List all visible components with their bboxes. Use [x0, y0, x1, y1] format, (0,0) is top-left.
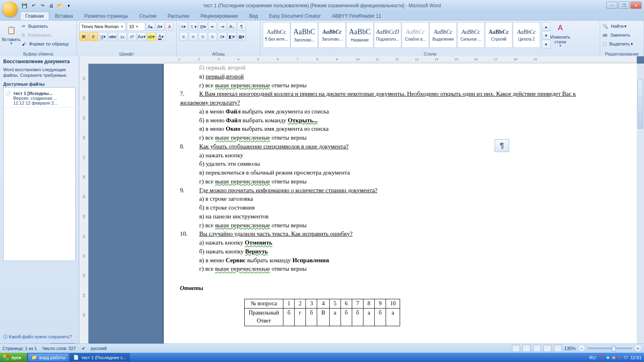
tab-references[interactable]: Ссылки: [134, 12, 161, 20]
font-size-combo[interactable]: 10▼: [127, 22, 145, 31]
find-button[interactable]: 🔍 Найти▾: [603, 22, 627, 30]
tab-page-layout[interactable]: Разметка страницы: [79, 12, 133, 20]
italic-button[interactable]: К: [89, 32, 98, 41]
tab-mailings[interactable]: Рассылки: [162, 12, 194, 20]
tab-home[interactable]: Главная: [20, 12, 49, 20]
view-draft[interactable]: [554, 345, 562, 352]
zoom-slider-knob[interactable]: [612, 346, 616, 352]
tray-icon[interactable]: ◆: [606, 355, 609, 360]
clear-formatting-button[interactable]: A: [165, 22, 174, 31]
zoom-in-button[interactable]: +: [634, 345, 642, 352]
highlight-button[interactable]: ab▾: [147, 32, 156, 41]
qat-save-icon[interactable]: 💾: [21, 2, 28, 9]
office-button[interactable]: [2, 2, 18, 17]
style-item[interactable]: AaBbCcDПодзаголо...: [374, 22, 401, 48]
qat-open-icon[interactable]: 📂: [56, 2, 64, 9]
minimize-button[interactable]: ─: [606, 2, 617, 9]
tab-abbyy-finereader[interactable]: ABBYY FineReader 11: [327, 12, 387, 20]
taskbar-item-folder[interactable]: 📁ворд работы: [28, 353, 69, 362]
tab-review[interactable]: Рецензирование: [195, 12, 243, 20]
grow-font-button[interactable]: A▴: [146, 22, 155, 31]
style-item[interactable]: AaBbCcВыделение: [429, 22, 457, 48]
start-button[interactable]: пуск: [0, 353, 27, 362]
borders-button[interactable]: ▦▾: [237, 32, 246, 41]
recovered-file-item[interactable]: 📄 тест 1 [Исходны... Версия, созданная .…: [4, 89, 75, 107]
underline-button[interactable]: Ч▾: [99, 32, 107, 41]
increase-indent-button[interactable]: ⇥: [218, 22, 227, 31]
ruler-corner[interactable]: [79, 56, 89, 64]
change-styles-button[interactable]: A Изменить стили▾: [549, 22, 572, 48]
style-item[interactable]: AaBbCcСтрогий: [485, 22, 512, 48]
style-item[interactable]: AaBbCcЗаголово...: [318, 22, 346, 48]
shrink-font-button[interactable]: A▾: [156, 22, 165, 31]
align-right-button[interactable]: ≡: [198, 32, 207, 41]
line-spacing-button[interactable]: ‡▾: [218, 32, 227, 41]
style-item[interactable]: AaBbCc¶ Без инте...: [263, 22, 290, 48]
superscript-button[interactable]: x²: [128, 32, 136, 41]
qat-print-icon[interactable]: 🖨: [47, 2, 55, 9]
select-button[interactable]: ⬚ Выделить▾: [603, 40, 633, 48]
change-case-button[interactable]: Aa▾: [137, 32, 146, 41]
style-item[interactable]: AaBbCЗаголово...: [291, 22, 318, 48]
numbering-button[interactable]: ⒈▾: [189, 22, 198, 31]
tray-language[interactable]: RU: [589, 355, 596, 360]
vertical-scrollbar[interactable]: [637, 64, 644, 353]
sort-button[interactable]: A↓: [227, 22, 236, 31]
strikethrough-button[interactable]: abc: [108, 32, 117, 41]
qat-redo-icon[interactable]: ↷: [39, 2, 46, 9]
multilevel-list-button[interactable]: ⊟▾: [198, 22, 207, 31]
zoom-level[interactable]: 130%: [564, 346, 576, 351]
vertical-ruler[interactable]: 13141516171819202122232425: [79, 64, 89, 353]
tab-easy-document-creator[interactable]: Easy Document Creator: [264, 12, 326, 20]
close-button[interactable]: ✕: [630, 2, 642, 9]
bold-button[interactable]: Ж: [79, 32, 88, 41]
language-status[interactable]: русский: [91, 346, 107, 351]
style-item[interactable]: AaBbCНазвание: [346, 22, 374, 48]
show-marks-button[interactable]: ¶: [237, 22, 246, 31]
tray-icon[interactable]: 🛡: [623, 355, 628, 360]
tray-icon[interactable]: K: [618, 355, 621, 360]
view-print-layout[interactable]: [512, 345, 520, 352]
view-full-screen[interactable]: [522, 345, 530, 352]
style-gallery[interactable]: AaBbCc¶ Без инте...AaBbCЗаголово...AaBbC…: [263, 22, 540, 48]
font-family-combo[interactable]: Times New Roman▼: [79, 22, 126, 31]
styles-icon: A: [555, 23, 566, 34]
shading-button[interactable]: ◧▾: [227, 32, 236, 41]
format-painter-button[interactable]: 🖌 Формат по образцу: [22, 40, 69, 48]
copy-button[interactable]: ⧉ Копировать: [22, 31, 69, 39]
horizontal-ruler[interactable]: 12345678910111213141516171819: [88, 56, 637, 64]
maximize-button[interactable]: ❐: [618, 2, 630, 9]
style-item[interactable]: AaBbCcСильное ...: [457, 22, 485, 48]
bullets-button[interactable]: ≡▾: [179, 22, 188, 31]
view-outline[interactable]: [543, 345, 551, 352]
style-item[interactable]: AaBbCcЦитата 2: [513, 22, 540, 48]
zoom-slider[interactable]: [588, 348, 632, 349]
replace-button[interactable]: ab Заменить: [603, 31, 630, 39]
tray-clock[interactable]: 12:51: [630, 355, 642, 360]
tab-insert[interactable]: Вставка: [50, 12, 78, 20]
view-web-layout[interactable]: [533, 345, 541, 352]
scrollbar-thumb[interactable]: [638, 80, 643, 129]
taskbar-item-word[interactable]: 📄тест 1 (Последнее с...: [70, 353, 130, 362]
word-count[interactable]: Число слов: 327: [43, 346, 76, 351]
qat-dropdown-icon[interactable]: ▾: [65, 2, 72, 9]
subscript-button[interactable]: x₂: [118, 32, 127, 41]
qat-undo-icon[interactable]: ↶: [30, 2, 37, 9]
cut-button[interactable]: ✂ Вырезать: [22, 22, 69, 30]
recovery-help-link[interactable]: ⓘ Какой файл нужно сохранить?: [3, 334, 76, 340]
tray-icon[interactable]: ◉: [612, 355, 616, 360]
tray-icon[interactable]: ❓: [598, 355, 604, 360]
style-item[interactable]: AaBbCcСлабое в...: [402, 22, 429, 48]
align-center-button[interactable]: ≡: [189, 32, 198, 41]
zoom-out-button[interactable]: −: [578, 345, 585, 352]
page-count[interactable]: Страница: 1 из 1: [2, 346, 37, 351]
tab-view[interactable]: Вид: [244, 12, 263, 20]
paste-button[interactable]: 📋 Вставить ▾: [2, 22, 20, 48]
justify-button[interactable]: ≡: [208, 32, 217, 41]
document-page[interactable]: б) первый, второй в) первый,второй г) вс…: [164, 64, 644, 353]
decrease-indent-button[interactable]: ⇤: [208, 22, 217, 31]
align-left-button[interactable]: ≡: [179, 32, 188, 41]
pilcrow-floating-button[interactable]: ¶: [495, 139, 509, 152]
font-color-button[interactable]: A▾: [157, 32, 165, 41]
spell-check-icon[interactable]: ✔: [82, 346, 85, 351]
